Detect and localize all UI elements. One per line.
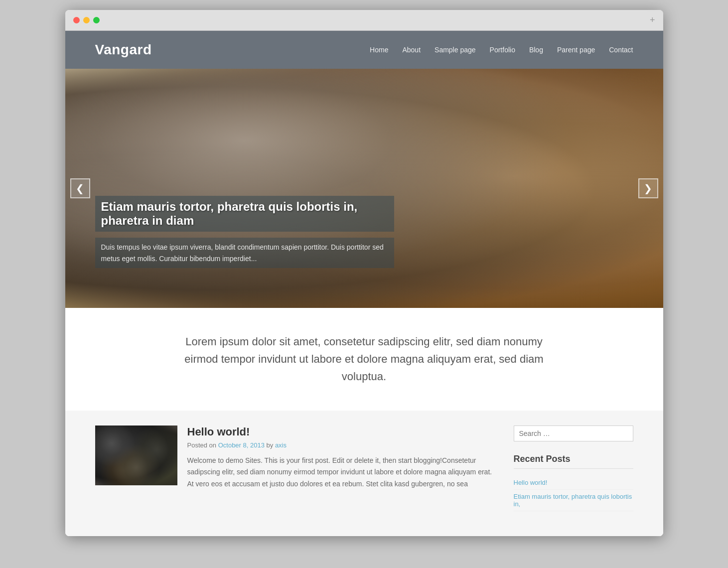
content-area: Hello world! Posted on October 8, 2013 b… (65, 411, 663, 536)
hero-image (65, 69, 663, 308)
browser-expand-icon[interactable]: + (650, 15, 655, 25)
hero-slider: ❮ ❯ Etiam mauris tortor, pharetra quis l… (65, 69, 663, 308)
post-author[interactable]: axis (275, 441, 287, 449)
post-author-prefix: by (267, 441, 275, 449)
site-nav: Home About Sample page Portfolio Blog Pa… (370, 46, 633, 54)
slider-prev-button[interactable]: ❮ (70, 178, 90, 198)
traffic-light-green[interactable] (93, 17, 100, 23)
nav-about[interactable]: About (402, 46, 421, 54)
hero-slide-desc: Duis tempus leo vitae ipsum viverra, bla… (95, 238, 394, 268)
post-content: Hello world! Posted on October 8, 2013 b… (187, 426, 494, 490)
site-title: Vangard (95, 42, 152, 58)
post-meta-prefix: Posted on (187, 441, 217, 449)
post-thumbnail (95, 426, 177, 485)
recent-posts-title: Recent Posts (514, 454, 633, 469)
main-content: Hello world! Posted on October 8, 2013 b… (95, 426, 494, 511)
traffic-light-yellow[interactable] (83, 17, 90, 23)
sidebar-post-item-1[interactable]: Hello world! (514, 476, 633, 490)
search-input[interactable] (514, 426, 633, 441)
site-wrapper: Vangard Home About Sample page Portfolio… (65, 31, 663, 536)
browser-chrome: + (65, 10, 663, 31)
hero-slide-title: Etiam mauris tortor, pharetra quis lobor… (95, 196, 394, 232)
nav-contact[interactable]: Contact (609, 46, 633, 54)
nav-blog[interactable]: Blog (529, 46, 543, 54)
intro-text: Lorem ipsum dolor sit amet, consetetur s… (170, 333, 559, 386)
nav-parent-page[interactable]: Parent page (557, 46, 595, 54)
post-meta: Posted on October 8, 2013 by axis (187, 441, 494, 449)
nav-home[interactable]: Home (370, 46, 388, 54)
slider-next-button[interactable]: ❯ (638, 178, 658, 198)
sidebar-post-item-2[interactable]: Etiam mauris tortor, pharetra quis lobor… (514, 490, 633, 511)
post-date[interactable]: October 8, 2013 (218, 441, 265, 449)
traffic-lights (73, 17, 100, 23)
sidebar: Recent Posts Hello world! Etiam mauris t… (514, 426, 633, 511)
browser-window: + Vangard Home About Sample page Portfol… (65, 10, 663, 536)
site-header: Vangard Home About Sample page Portfolio… (65, 31, 663, 69)
intro-section: Lorem ipsum dolor sit amet, consetetur s… (65, 308, 663, 411)
hero-overlay: Etiam mauris tortor, pharetra quis lobor… (95, 196, 394, 268)
post-card: Hello world! Posted on October 8, 2013 b… (95, 426, 494, 490)
traffic-light-red[interactable] (73, 17, 80, 23)
post-excerpt: Welcome to demo Sites. This is your firs… (187, 455, 494, 490)
nav-portfolio[interactable]: Portfolio (490, 46, 515, 54)
nav-sample-page[interactable]: Sample page (435, 46, 476, 54)
post-title[interactable]: Hello world! (187, 426, 494, 438)
